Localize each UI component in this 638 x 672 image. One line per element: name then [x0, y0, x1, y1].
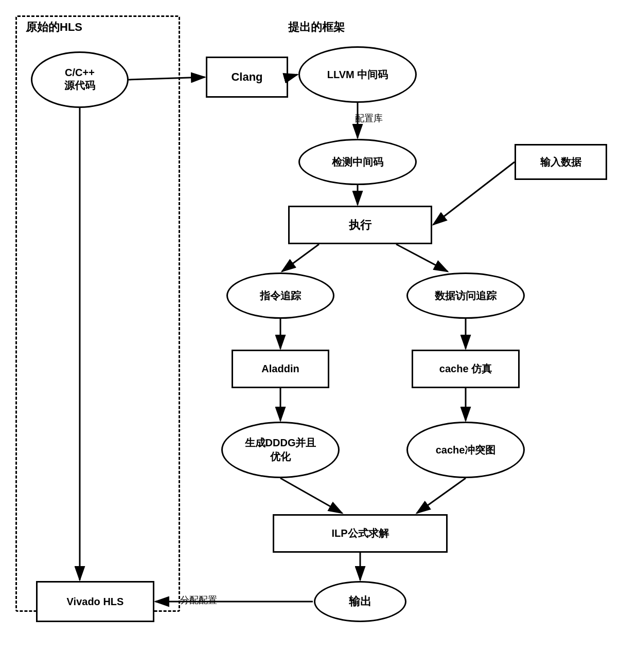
gen-dddg-node: 生成DDDG并且优化 — [221, 422, 340, 478]
svg-line-7 — [396, 244, 448, 271]
input-data-node: 输入数据 — [515, 144, 607, 180]
output-node: 输出 — [314, 581, 406, 622]
svg-line-12 — [280, 478, 342, 513]
framework-label: 提出的框架 — [288, 20, 345, 35]
assign-config-label: 分配配置 — [180, 594, 217, 606]
svg-line-6 — [282, 244, 319, 271]
vivado-hls-node: Vivado HLS — [36, 581, 154, 622]
execute-node: 执行 — [288, 206, 432, 244]
config-lib-label: 配置库 — [355, 112, 383, 124]
diagram-container: 原始的HLS 提出的框架 C/C++源代码 Clang LLVM 中间码 配置库… — [0, 0, 638, 672]
ilp-solve-node: ILP公式求解 — [273, 514, 448, 553]
clang-node: Clang — [206, 57, 288, 98]
svg-line-5 — [433, 162, 515, 225]
svg-line-13 — [417, 478, 466, 513]
cpp-source-node: C/C++源代码 — [31, 51, 129, 108]
svg-line-2 — [288, 75, 297, 77]
cache-conflict-node: cache冲突图 — [406, 422, 525, 478]
inst-trace-node: 指令追踪 — [226, 273, 334, 319]
aladdin-node: Aladdin — [232, 350, 329, 388]
llvm-ir-node: LLVM 中间码 — [298, 46, 417, 103]
original-hls-label: 原始的HLS — [26, 20, 82, 35]
detect-ir-node: 检测中间码 — [298, 139, 417, 185]
cache-sim-node: cache 仿真 — [412, 350, 520, 388]
data-access-node: 数据访问追踪 — [406, 273, 525, 319]
